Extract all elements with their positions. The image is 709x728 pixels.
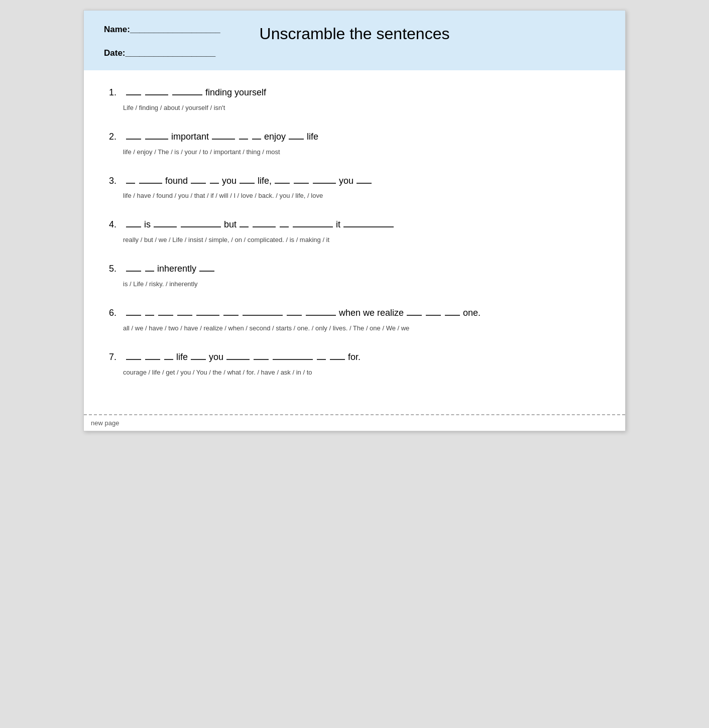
blank <box>273 359 313 360</box>
blank <box>126 359 141 360</box>
blank <box>287 315 302 316</box>
sentence-6-wordbank: all / we / have / two / have / realize /… <box>123 324 600 332</box>
blank <box>126 183 135 184</box>
sentence-5-line: 5. inherently <box>109 262 600 276</box>
blank <box>343 226 394 227</box>
date-field[interactable]: Date:___________________ <box>104 48 605 58</box>
sentence-3: 3. found you life, you life / have / fou… <box>109 174 600 200</box>
blank <box>357 183 372 184</box>
blank <box>126 94 141 95</box>
blank <box>191 359 206 360</box>
sentence-6-line: 6. when we realize one. <box>109 306 600 320</box>
s4-word3: it <box>336 217 340 232</box>
s6-word-one: one. <box>463 306 481 320</box>
blank <box>289 139 304 140</box>
blank <box>145 359 160 360</box>
s7-word3: for. <box>348 350 361 365</box>
s4-word1: is <box>144 217 151 232</box>
sentence-5-wordbank: is / Life / risky. / inherently <box>123 280 600 288</box>
blank <box>145 94 168 95</box>
sentence-7: 7. life you for. courage / life / get / … <box>109 350 600 376</box>
s7-word2: you <box>209 350 223 365</box>
sentence-5-number: 5. <box>109 262 123 276</box>
blank <box>191 183 206 184</box>
blank <box>254 359 269 360</box>
sentence-1-number: 1. <box>109 85 123 100</box>
s2-word2: enjoy <box>264 130 286 144</box>
blank <box>145 139 168 140</box>
blank <box>330 359 345 360</box>
sentence-1-line: 1. finding yourself <box>109 85 600 100</box>
blank <box>252 139 261 140</box>
blank <box>294 183 309 184</box>
blank <box>317 359 326 360</box>
sentence-3-number: 3. <box>109 174 123 188</box>
blank <box>426 315 441 316</box>
blank <box>126 226 141 227</box>
sentence-4: 4. is but it really / but / we / Life / … <box>109 217 600 244</box>
blank <box>210 183 219 184</box>
blank <box>158 315 173 316</box>
footer: new page <box>84 414 625 431</box>
sentence-6: 6. when we realize one. all / we / have … <box>109 306 600 332</box>
blank <box>172 94 202 95</box>
sentence-7-line: 7. life you for. <box>109 350 600 365</box>
blank <box>212 139 235 140</box>
sentence-1: 1. finding yourself Life / finding / abo… <box>109 85 600 111</box>
sentence-2: 2. important enjoy life life / enjoy / T… <box>109 130 600 156</box>
s3-word2: you <box>222 174 237 188</box>
s6-words: when we realize <box>339 306 404 320</box>
blank <box>239 139 248 140</box>
s2-word3: life <box>307 130 318 144</box>
sentence-7-wordbank: courage / life / get / you / You / the /… <box>123 369 600 376</box>
sentence-4-wordbank: really / but / we / Life / insist / simp… <box>123 236 600 244</box>
s3-word4: you <box>339 174 353 188</box>
blank <box>240 183 255 184</box>
s2-word1: important <box>171 130 209 144</box>
blank <box>196 315 219 316</box>
s3-word3: life, <box>258 174 272 188</box>
blank <box>126 271 141 272</box>
blank <box>253 226 276 227</box>
sentence-7-number: 7. <box>109 350 123 365</box>
blank <box>306 315 336 316</box>
blank <box>445 315 460 316</box>
content-area: 1. finding yourself Life / finding / abo… <box>84 70 625 414</box>
blank <box>181 226 221 227</box>
blank <box>199 271 214 272</box>
sentence-6-number: 6. <box>109 306 123 320</box>
blank <box>313 183 336 184</box>
blank <box>126 139 141 140</box>
blank <box>280 226 289 227</box>
sentence-4-number: 4. <box>109 217 123 232</box>
blank <box>177 315 192 316</box>
s4-word2: but <box>224 217 237 232</box>
blank <box>240 226 249 227</box>
blank <box>145 315 154 316</box>
blank <box>223 315 239 316</box>
sentence-5: 5. inherently is / Life / risky. / inher… <box>109 262 600 288</box>
blank <box>226 359 250 360</box>
blank <box>293 226 333 227</box>
s7-word1: life <box>176 350 188 365</box>
sentence-3-line: 3. found you life, you <box>109 174 600 188</box>
sentence-1-text: finding yourself <box>205 85 266 100</box>
s5-word1: inherently <box>157 262 196 276</box>
blank <box>139 183 162 184</box>
sentence-2-wordbank: life / enjoy / The / is / your / to / im… <box>123 148 600 156</box>
s3-word1: found <box>165 174 188 188</box>
blank <box>407 315 422 316</box>
blank <box>145 271 154 272</box>
sentence-2-number: 2. <box>109 130 123 144</box>
page: Name:___________________ Unscramble the … <box>83 10 626 431</box>
blank <box>126 315 141 316</box>
sentence-2-line: 2. important enjoy life <box>109 130 600 144</box>
header-section: Name:___________________ Unscramble the … <box>84 11 625 70</box>
sentence-3-wordbank: life / have / found / you / that / if / … <box>123 192 600 199</box>
blank <box>154 226 177 227</box>
blank <box>164 359 173 360</box>
blank <box>275 183 290 184</box>
new-page-label: new page <box>91 419 119 427</box>
sentence-1-wordbank: Life / finding / about / yourself / isn'… <box>123 104 600 111</box>
blank <box>243 315 283 316</box>
